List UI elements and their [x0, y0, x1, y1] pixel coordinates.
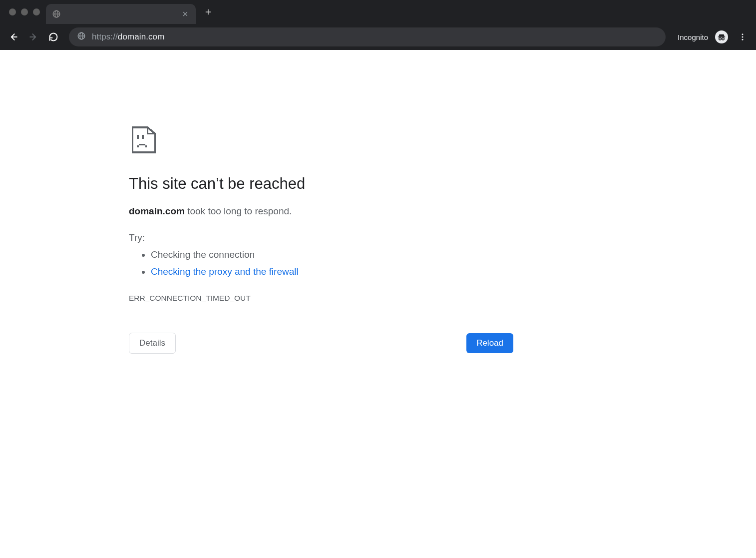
try-label: Try: [129, 232, 513, 243]
browser-tab[interactable] [46, 4, 196, 24]
address-bar[interactable]: https://domain.com [69, 27, 666, 46]
window-minimize-button[interactable] [21, 8, 28, 15]
window-maximize-button[interactable] [33, 8, 40, 15]
error-container: This site can’t be reached domain.com to… [129, 125, 513, 354]
svg-rect-21 [139, 144, 145, 146]
sad-page-icon [129, 125, 159, 155]
forward-button[interactable] [25, 28, 42, 45]
suggestion-item: Checking the proxy and the firewall [151, 263, 513, 280]
svg-rect-12 [718, 36, 726, 37]
svg-rect-23 [145, 145, 147, 147]
incognito-label: Incognito [678, 33, 708, 41]
error-host: domain.com [129, 206, 185, 216]
suggestion-item: Checking the connection [151, 246, 513, 263]
svg-rect-22 [137, 145, 139, 147]
reload-button[interactable] [45, 28, 62, 45]
svg-point-17 [742, 36, 744, 38]
error-message-suffix: took too long to respond. [185, 206, 292, 216]
button-row: Details Reload [129, 333, 513, 354]
incognito-icon[interactable] [715, 30, 728, 43]
svg-rect-20 [142, 135, 144, 139]
url-domain: domain.com [118, 32, 165, 41]
proxy-firewall-link[interactable]: Checking the proxy and the firewall [151, 266, 299, 277]
reload-page-button[interactable]: Reload [466, 333, 513, 353]
globe-icon [52, 9, 61, 18]
error-title: This site can’t be reached [129, 175, 513, 193]
close-icon[interactable] [181, 9, 190, 18]
new-tab-button[interactable] [201, 4, 216, 19]
svg-rect-19 [137, 135, 139, 139]
page-content: This site can’t be reached domain.com to… [0, 50, 756, 354]
error-message: domain.com took too long to respond. [129, 204, 513, 218]
suggestion-list: Checking the connection Checking the pro… [129, 246, 513, 280]
url-text: https://domain.com [92, 32, 164, 42]
svg-point-16 [742, 33, 744, 35]
window-close-button[interactable] [9, 8, 16, 15]
error-code: ERR_CONNECTION_TIMED_OUT [129, 294, 513, 303]
window-controls [5, 8, 46, 15]
svg-point-13 [719, 38, 722, 40]
tab-strip [0, 0, 756, 24]
kebab-menu-icon[interactable] [734, 28, 751, 45]
url-scheme: https:// [92, 32, 118, 41]
suggestion-text: Checking the connection [151, 249, 255, 260]
globe-icon [77, 31, 86, 42]
browser-chrome: https://domain.com Incognito [0, 0, 756, 50]
toolbar: https://domain.com Incognito [0, 24, 756, 50]
svg-point-14 [722, 38, 725, 40]
svg-point-18 [742, 39, 744, 40]
back-button[interactable] [5, 28, 22, 45]
details-button[interactable]: Details [129, 333, 176, 354]
